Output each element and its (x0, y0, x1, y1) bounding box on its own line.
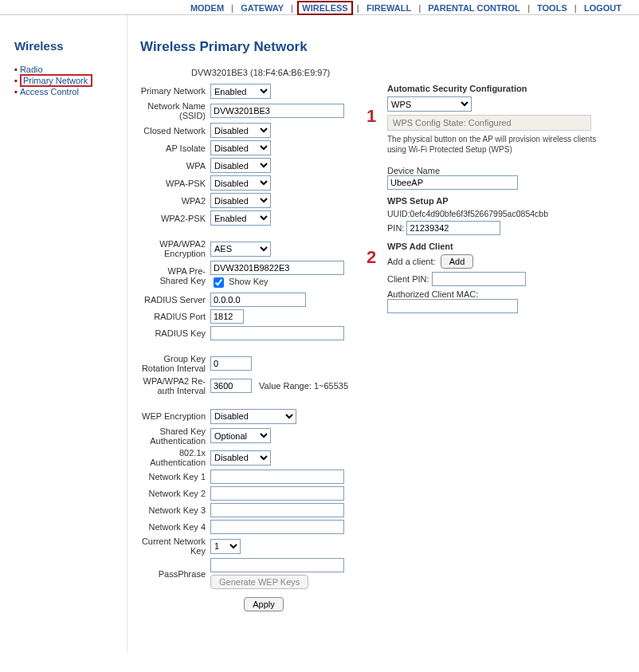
heading-wps-setup-ap: WPS Setup AP (387, 196, 610, 206)
label-show-key: Show Key (229, 277, 269, 287)
label-shared-key-auth: Shared Key Authentication (140, 426, 210, 446)
select-ap-isolate[interactable]: Disabled (210, 140, 271, 155)
select-wpa[interactable]: Disabled (210, 158, 271, 173)
nav-tools[interactable]: TOOLS (534, 2, 570, 14)
select-wps[interactable]: WPS (387, 96, 472, 112)
device-id: DVW3201BE3 (18:F4:6A:B6:E9:97) (191, 68, 631, 77)
input-nk3[interactable] (210, 503, 344, 517)
heading-wps-add-client: WPS Add Client (387, 242, 610, 251)
nav-wireless[interactable]: WIRELESS (297, 1, 352, 15)
label-ap-isolate: AP Isolate (140, 143, 210, 153)
input-passphrase[interactable] (210, 558, 344, 572)
checkbox-show-key[interactable] (214, 277, 224, 288)
wps-note: The physical button on the AP will provi… (387, 134, 610, 155)
nav-gateway[interactable]: GATEWAY (237, 2, 287, 14)
nav-logout[interactable]: LOGOUT (581, 2, 625, 14)
label-closed: Closed Network (140, 126, 210, 136)
label-nk3: Network Key 3 (140, 505, 210, 515)
select-wpa-psk[interactable]: Disabled (210, 175, 271, 191)
label-nk4: Network Key 4 (140, 522, 210, 532)
label-wpa2psk: WPA2-PSK (140, 214, 210, 223)
nav-firewall[interactable]: FIREWALL (363, 2, 414, 14)
hint-value-range: Value Range: 1~65535 (259, 381, 348, 391)
select-wpa2[interactable]: Disabled (210, 193, 271, 208)
label-nk1: Network Key 1 (140, 472, 210, 481)
nav-modem[interactable]: MODEM (187, 2, 227, 14)
label-psk: WPA Pre-Shared Key (140, 266, 210, 285)
input-device-name[interactable] (387, 175, 518, 190)
label-auth-mac: Authorized Client MAC: (387, 289, 610, 299)
label-radius-server: RADIUS Server (140, 295, 210, 305)
label-8021x: 802.1x Authentication (140, 448, 210, 467)
label-wpa2: WPA2 (140, 196, 210, 206)
input-auth-mac[interactable] (387, 299, 518, 313)
page-title: Wireless Primary Network (140, 39, 631, 55)
label-encryption: WPA/WPA2 Encryption (140, 239, 210, 258)
label-passphrase: PassPhrase (140, 569, 210, 579)
label-add-client: Add a client: (387, 257, 436, 266)
input-radius-port[interactable] (210, 309, 244, 324)
label-client-pin: Client PIN: (387, 274, 429, 284)
input-radius-key[interactable] (210, 326, 344, 340)
label-wpapsk: WPA-PSK (140, 179, 210, 188)
nav-parental[interactable]: PARENTAL CONTROL (425, 2, 523, 14)
generate-wep-button[interactable]: Generate WEP Keys (210, 575, 308, 589)
input-radius-server[interactable] (210, 293, 306, 307)
annotation-1: 1 (367, 106, 376, 127)
annotation-2: 2 (367, 247, 376, 268)
label-radius-port: RADIUS Port (140, 312, 210, 321)
select-wep-encryption[interactable]: Disabled (210, 409, 296, 424)
label-ssid: Network Name (SSID) (140, 101, 210, 120)
select-current-nk[interactable]: 1 (210, 539, 241, 554)
sidebar-item-access-control[interactable]: Access Control (20, 87, 79, 96)
input-nk1[interactable] (210, 470, 344, 484)
input-psk[interactable] (210, 261, 344, 275)
select-closed-network[interactable]: Disabled (210, 123, 271, 138)
sidebar-item-radio[interactable]: Radio (20, 65, 43, 74)
input-ssid[interactable] (210, 104, 344, 118)
select-shared-key-auth[interactable]: Optional (210, 428, 271, 443)
label-nk2: Network Key 2 (140, 489, 210, 498)
top-nav: MODEM | GATEWAY | WIRELESS | FIREWALL | … (0, 0, 639, 15)
input-nk2[interactable] (210, 486, 344, 501)
select-encryption[interactable]: AES (210, 242, 271, 257)
select-primary-network[interactable]: Enabled (210, 84, 271, 99)
wps-config-state: WPS Config State: Configured (387, 115, 591, 131)
input-nk4[interactable] (210, 520, 344, 534)
label-radius-key: RADIUS Key (140, 328, 210, 338)
label-pin: PIN: (387, 223, 404, 233)
input-pin[interactable] (406, 221, 500, 235)
sidebar-title: Wireless (14, 39, 127, 53)
select-wpa2-psk[interactable]: Enabled (210, 210, 271, 226)
sidebar-item-primary-network[interactable]: Primary Network (20, 74, 92, 87)
sidebar: Wireless Radio Primary Network Access Co… (0, 15, 127, 653)
heading-auto-security: Automatic Security Configuration (387, 84, 610, 93)
select-8021x[interactable]: Disabled (210, 450, 271, 466)
label-wpa: WPA (140, 161, 210, 171)
add-client-button[interactable]: Add (441, 254, 474, 269)
label-reauth: WPA/WPA2 Re-auth Interval (140, 376, 210, 395)
apply-button[interactable]: Apply (244, 597, 284, 611)
label-current-nk: Current Network Key (140, 536, 210, 556)
input-reauth[interactable] (210, 379, 252, 393)
uuid-text: UUID:0efc4d90bfe6f3f52667995ac0854cbb (387, 209, 610, 218)
label-primary-network: Primary Network (140, 86, 210, 96)
label-wep-encryption: WEP Encryption (140, 411, 210, 421)
input-group-rotation[interactable] (210, 356, 252, 371)
label-device-name: Device Name (387, 166, 610, 175)
label-group-rotation: Group Key Rotation Interval (140, 354, 210, 373)
input-client-pin[interactable] (432, 272, 526, 286)
